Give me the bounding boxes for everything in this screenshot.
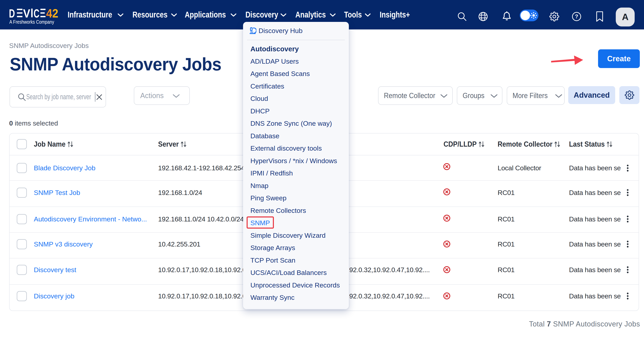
svg-text:?: ?	[575, 14, 578, 20]
svg-text:A Freshworks Company: A Freshworks Company	[9, 19, 54, 25]
svg-text:42: 42	[46, 8, 58, 20]
svg-text:C: C	[34, 8, 40, 20]
svg-text:D: D	[9, 8, 15, 20]
svg-text:V: V	[23, 8, 30, 20]
